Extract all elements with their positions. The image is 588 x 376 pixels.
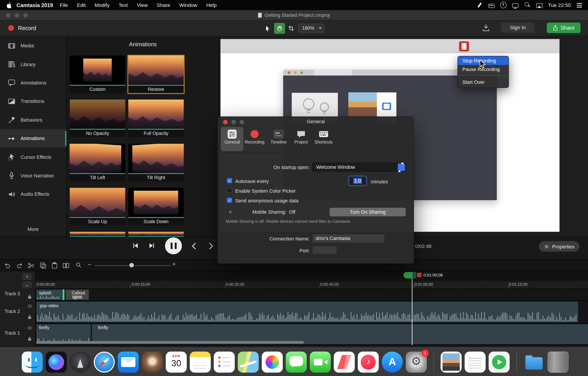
tab-recording[interactable]: Recording — [243, 127, 266, 151]
dock-finder-icon[interactable] — [22, 352, 43, 373]
zoom-level-dropdown[interactable]: 180% — [298, 24, 325, 33]
dock-music-icon[interactable] — [358, 352, 379, 373]
autosave-checkbox[interactable]: ✓ — [227, 178, 232, 183]
export-button[interactable] — [482, 23, 490, 32]
track-2-visibility-icon[interactable] — [27, 304, 32, 308]
menu-text[interactable]: Text — [114, 2, 132, 8]
clock-status-icon[interactable] — [500, 2, 506, 8]
startup-open-dropdown[interactable]: Welcome Window — [312, 163, 406, 172]
animation-tile-scale-up[interactable]: Scale Up — [70, 188, 125, 225]
pan-tool-button[interactable] — [274, 23, 285, 34]
animation-tile-restore[interactable]: Restore — [128, 55, 184, 93]
share-button[interactable]: Share — [547, 22, 580, 33]
animation-tile-scale-down[interactable]: Scale Down — [128, 188, 184, 225]
timeline-horizontal-scrollbar[interactable] — [36, 341, 304, 344]
dock-facetime-icon[interactable] — [310, 352, 331, 373]
timeline-zoom-slider-handle[interactable] — [129, 263, 134, 267]
apple-menu-icon[interactable] — [6, 2, 11, 8]
notification-center-icon[interactable] — [576, 2, 583, 8]
autosave-minutes-field[interactable]: 1.0 — [349, 177, 366, 185]
pause-button[interactable] — [165, 237, 182, 254]
sidebar-item-annotations[interactable]: Annotations — [0, 73, 66, 92]
clip-gsp-video[interactable]: gsp-video — [36, 301, 579, 323]
menu-edit[interactable]: Edit — [73, 2, 90, 8]
recording-file-icon[interactable] — [459, 41, 469, 52]
animation-tile-partial[interactable] — [70, 232, 125, 237]
color-picker-checkbox[interactable] — [227, 188, 232, 193]
tab-project[interactable]: Project — [290, 127, 312, 151]
dock-text-document-icon[interactable] — [464, 352, 485, 373]
usage-data-checkbox[interactable]: ✓ — [227, 198, 232, 203]
sidebar-item-cursor-effects[interactable]: Cursor Effects — [0, 148, 66, 166]
sign-in-button[interactable]: Sign In — [501, 22, 534, 33]
dock-siri-icon[interactable] — [46, 352, 67, 373]
sidebar-item-library[interactable]: Library — [0, 55, 66, 74]
jump-forward-button[interactable] — [207, 242, 215, 250]
menu-modify[interactable]: Modify — [90, 2, 114, 8]
dock-messages-icon[interactable] — [286, 352, 307, 373]
paste-button[interactable] — [52, 262, 58, 269]
dock-maps-icon[interactable] — [238, 352, 259, 373]
dock-news-icon[interactable] — [334, 352, 355, 373]
connection-name-field[interactable]: dmx's Camtasia — [312, 234, 385, 243]
copy-button[interactable] — [40, 262, 47, 269]
keyboard-status-icon[interactable] — [488, 3, 494, 8]
screen-mirroring-icon[interactable] — [536, 3, 543, 8]
menu-file[interactable]: File — [55, 2, 73, 8]
record-button[interactable]: Record — [18, 25, 36, 31]
playhead-out-handle[interactable] — [417, 273, 421, 277]
track-1-visibility-icon[interactable] — [27, 326, 32, 330]
dock-app-store-icon[interactable] — [382, 352, 403, 373]
track-2-lock-icon[interactable] — [28, 315, 32, 319]
playhead-in-handle[interactable] — [404, 272, 413, 278]
turn-on-sharing-button[interactable]: Turn On Sharing — [330, 208, 406, 216]
menu-item-start-over[interactable]: Start Over — [458, 78, 508, 87]
tab-timeline[interactable]: Timeline — [267, 127, 290, 151]
dock-trash-icon[interactable] — [547, 352, 568, 373]
zoom-in-button[interactable]: + — [172, 261, 176, 268]
sidebar-item-transitions[interactable]: Transitions — [0, 92, 66, 111]
tab-shortcuts[interactable]: Shortcuts — [312, 127, 335, 151]
menu-bar-clock[interactable]: Tue 22:50 — [548, 2, 571, 8]
dock-photos-icon[interactable] — [262, 352, 283, 373]
animation-tile-no-opacity[interactable]: No Opacity — [70, 100, 125, 137]
redo-button[interactable] — [16, 262, 23, 269]
dock-downloads-folder-icon[interactable] — [524, 352, 545, 373]
animation-tile-custom[interactable]: Custom — [70, 55, 125, 93]
spotlight-icon[interactable] — [524, 2, 531, 8]
dock-camtasia-icon[interactable] — [489, 352, 510, 373]
add-track-button[interactable]: + — [22, 273, 32, 280]
select-tool-button[interactable] — [262, 23, 273, 34]
dock-safari-icon[interactable] — [94, 352, 115, 373]
playhead-line[interactable] — [412, 278, 412, 345]
dock-launchpad-icon[interactable] — [70, 352, 91, 373]
previous-frame-button[interactable] — [131, 242, 140, 250]
port-field[interactable] — [312, 246, 337, 254]
jump-back-button[interactable] — [190, 242, 198, 250]
display-status-icon[interactable] — [512, 3, 519, 8]
sidebar-item-behaviors[interactable]: Behaviors — [0, 111, 66, 129]
clip-transition-handle[interactable] — [63, 289, 64, 300]
zoom-timeline-button[interactable] — [76, 262, 82, 268]
track-1-lock-icon[interactable] — [28, 337, 32, 341]
sidebar-item-animations[interactable]: Animations — [0, 129, 66, 148]
animation-tile-partial[interactable] — [128, 232, 184, 237]
cut-button[interactable] — [28, 262, 35, 269]
sidebar-more-button[interactable]: More — [0, 226, 66, 232]
app-menu-title[interactable]: Camtasia 2019 — [17, 2, 53, 8]
zoom-out-button[interactable]: − — [88, 261, 91, 268]
sidebar-item-voice-narration[interactable]: Voice Narration — [0, 166, 66, 185]
timeline-ruler[interactable]: 0:00:00;00 0:00:15;00 0:00:30;00 0:00:45… — [36, 281, 588, 289]
dock-calendar-icon[interactable]: APR 30 — [166, 352, 187, 373]
dock-notes-icon[interactable] — [190, 352, 211, 373]
brush-status-icon[interactable] — [476, 2, 483, 8]
clip-splash[interactable]: splash — [36, 289, 63, 300]
menu-view[interactable]: View — [132, 2, 152, 8]
properties-button[interactable]: Properties — [539, 241, 579, 252]
dock-system-preferences-icon[interactable]: 1 — [406, 352, 427, 373]
sidebar-item-media[interactable]: Media — [0, 36, 66, 55]
sidebar-item-audio-effects[interactable]: Audio Effects — [0, 185, 66, 203]
menu-window[interactable]: Window — [175, 2, 202, 8]
menu-share[interactable]: Share — [152, 2, 175, 8]
dock-reminders-icon[interactable] — [214, 352, 235, 373]
